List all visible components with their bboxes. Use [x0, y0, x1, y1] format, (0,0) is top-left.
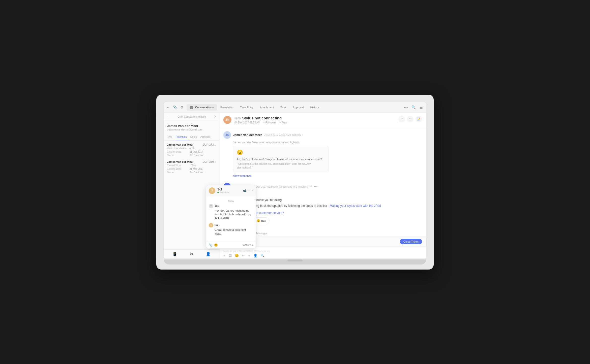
rate-buttons: 😊 Good 😟 Bad	[233, 217, 422, 224]
attachment-icon[interactable]: 📎	[173, 105, 177, 110]
chat-actions-label: Actions	[243, 244, 251, 246]
tab-conversation[interactable]: 2 Conversation ▾	[187, 104, 217, 111]
sidebar-back-icon[interactable]: ←	[167, 115, 169, 118]
laptop-notch	[287, 259, 303, 261]
contact-email: thejamesvanderme@gmail.com	[167, 128, 216, 131]
sidebar-phone-icon[interactable]: 📱	[172, 252, 177, 256]
rating-icon: 😟	[237, 149, 325, 156]
message-more-icon[interactable]: •••	[314, 185, 317, 189]
chat-popup: S Sol Available 📹 − ×	[206, 185, 256, 248]
message-time-1: 04 Dec 2017 02:56 AM ( just now )	[264, 134, 303, 136]
emoji-icon[interactable]: 😊	[235, 254, 239, 257]
contact-name: James van der Meer	[167, 124, 216, 128]
chat-footer-left: 📎 😊	[209, 243, 218, 247]
chat-popup-header: S Sol Available 📹 − ×	[206, 185, 256, 196]
sidebar-header: ← CRM Contact Information ↗	[164, 113, 219, 121]
bad-label: Bad	[261, 219, 266, 223]
format-icon[interactable]: ≡	[223, 254, 225, 257]
ticket-tags: ○ Tags	[279, 121, 287, 124]
chat-video-icon[interactable]: 📹	[243, 189, 247, 192]
message-rated-text: James van der Meer rated response from Y…	[233, 140, 422, 145]
chat-popup-controls: 📹 − ×	[243, 189, 253, 192]
search-icon-reply[interactable]: 🔍	[260, 254, 264, 257]
toolbar-left: ← 📎 ⚙ 🕐	[166, 105, 187, 110]
chat-msg-sender-sol: Sol	[215, 224, 219, 226]
toolbar-right: ••• 🔍 ☰	[403, 105, 424, 110]
potential-item-2: James van der Meer EUR 350... Closed Won…	[167, 160, 216, 174]
message-sender-1: James van der Meer	[233, 133, 262, 137]
chat-mini-avatar-sol: S	[209, 223, 213, 227]
main-layout: ← CRM Contact Information ↗ James van de…	[164, 113, 426, 258]
chat-actions-button[interactable]: Actions ▾	[243, 244, 253, 246]
tab-task[interactable]: Task	[277, 104, 289, 110]
message-avatar-1: JA	[223, 131, 231, 139]
chat-msg-header-2: S Sol	[209, 223, 253, 227]
reply-icon[interactable]: ↩	[398, 116, 405, 122]
sidebar-email-icon[interactable]: ✉	[190, 252, 193, 256]
toolbar: ← 📎 ⚙ 🕐 2 Conversation ▾ Resolution Time…	[164, 102, 426, 113]
contact-tab-activities[interactable]: Activities	[199, 135, 211, 140]
potential-name-1: James van der Meer	[167, 143, 193, 146]
tab-resolution[interactable]: Resolution	[217, 104, 237, 110]
settings-icon[interactable]: ⚙	[180, 105, 184, 110]
reply-tool-icons: ≡ 🖼 😊 ↩ ↪ 👤 🔍	[223, 254, 264, 257]
chat-date-divider: Today	[209, 200, 253, 202]
ticket-avatar: JM	[223, 116, 231, 124]
note-icon[interactable]: 📝	[416, 116, 422, 122]
ticket-title-area: #840 Stylus not connecting 04 Dec 2017 0…	[234, 116, 395, 124]
rating-main-text: Ah, that's unfortunate! Can you please t…	[237, 157, 325, 161]
suggestion-link[interactable]: Making your stylus work with the zPad	[330, 204, 381, 208]
undo-icon[interactable]: ↩	[242, 254, 245, 257]
chat-popup-footer: 📎 😊 Actions ▾	[206, 242, 256, 248]
crm-header-label: CRM Contact Information	[169, 115, 214, 118]
chat-attachment-icon[interactable]: 📎	[209, 243, 213, 247]
laptop-base	[164, 259, 426, 264]
message-body-2: Hi James, Sorry about the trouble you're…	[233, 192, 422, 237]
menu-icon[interactable]: ☰	[419, 105, 424, 110]
chat-close-icon[interactable]: ×	[251, 189, 253, 192]
more-icon[interactable]: •••	[403, 105, 408, 110]
person-icon[interactable]: 👤	[253, 254, 257, 257]
sidebar-user-icon[interactable]: 👤	[206, 252, 211, 256]
chat-message-1: Y You Hey Sol, James might be up for his…	[209, 204, 253, 220]
chat-popup-status: Available	[217, 191, 241, 194]
chat-msg-header-1: Y You	[209, 204, 253, 208]
reply-placeholder[interactable]: Here is your Smart Chat (Ctrl+Space)	[223, 249, 422, 254]
contact-tab-info[interactable]: Info	[167, 135, 173, 140]
ticket-followers: ○ Followers	[263, 121, 276, 124]
contact-tab-notes[interactable]: Notes	[189, 135, 198, 140]
forward-icon[interactable]: ↪	[407, 116, 414, 122]
chat-minimize-icon[interactable]: −	[248, 189, 250, 192]
contact-info: James van der Meer thejamesvanderme@gmai…	[164, 121, 219, 133]
sidebar-bottom: 📱 ✉ 👤	[164, 249, 219, 258]
bad-emoji: 😟	[257, 219, 260, 223]
potential-amount-2: EUR 350...	[202, 160, 216, 163]
chat-emoji-icon[interactable]: 😊	[214, 243, 218, 247]
chat-message-2: S Sol Great! I'll take a look right away…	[209, 223, 253, 236]
tab-approval[interactable]: Approval	[290, 104, 307, 110]
ticket-header: JM #840 Stylus not connecting 04 Dec 201…	[219, 113, 426, 127]
potential-amount-1: EUR 273...	[202, 143, 216, 146]
image-icon[interactable]: 🖼	[228, 254, 232, 257]
message-time-2: 04 Dec 2017 02:55 AM ( responded in 2 mi…	[252, 185, 308, 188]
show-response-link[interactable]: show response	[233, 174, 422, 178]
ticket-id: #840	[234, 117, 241, 120]
redo-icon[interactable]: ↪	[248, 254, 250, 257]
tab-time-entry[interactable]: Time Entry	[237, 104, 256, 110]
tab-attachment[interactable]: Attachment	[257, 104, 277, 110]
chat-popup-name: Sol	[217, 188, 241, 191]
signature-title: Customer Support Manager	[233, 231, 422, 236]
rate-bad-btn[interactable]: 😟 Bad	[253, 217, 270, 224]
close-ticket-button[interactable]: Close Ticket	[400, 239, 422, 244]
tab-history[interactable]: History	[307, 104, 322, 110]
chat-mini-avatar-you: Y	[209, 204, 213, 208]
back-icon[interactable]: ←	[166, 105, 170, 110]
sidebar-external-icon[interactable]: ↗	[214, 115, 216, 118]
rating-bubble: 😟 Ah, that's unfortunate! Can you please…	[233, 146, 329, 172]
chat-msg-sender-you: You	[215, 205, 219, 207]
reply-tools: ≡ 🖼 😊 ↩ ↪ 👤 🔍	[223, 254, 422, 257]
conversation-badge: 2	[190, 106, 193, 109]
contact-tab-potentials[interactable]: Potentials	[175, 135, 188, 140]
add-participant-icon[interactable]: +	[310, 185, 312, 188]
search-icon[interactable]: 🔍	[411, 105, 416, 110]
